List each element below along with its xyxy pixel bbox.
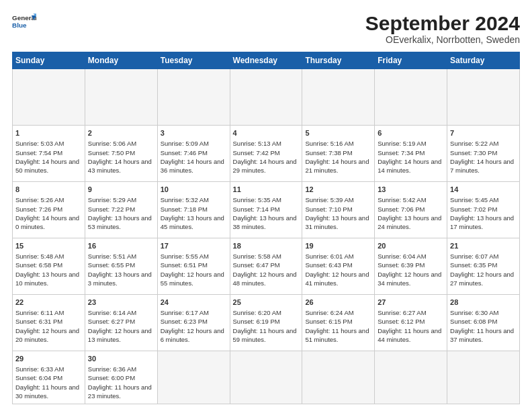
day-number: 18 xyxy=(233,241,300,251)
daylight: Daylight: 14 hours and 50 minutes. xyxy=(15,158,79,174)
table-row xyxy=(447,351,520,404)
day-number: 28 xyxy=(450,298,517,308)
table-row xyxy=(85,69,157,126)
sunset: Sunset: 6:04 PM xyxy=(15,374,62,381)
daylight: Daylight: 14 hours and 21 minutes. xyxy=(305,158,369,174)
col-thursday: Thursday xyxy=(302,52,375,69)
table-row: 17Sunrise: 5:55 AMSunset: 6:51 PMDayligh… xyxy=(157,238,230,294)
sunrise: Sunrise: 5:13 AM xyxy=(233,140,281,147)
table-row xyxy=(13,69,85,126)
sunrise: Sunrise: 6:07 AM xyxy=(450,253,498,260)
day-number: 22 xyxy=(15,298,82,308)
table-row xyxy=(375,69,447,126)
sunset: Sunset: 7:42 PM xyxy=(233,149,280,156)
logo: General Blue xyxy=(12,12,36,31)
table-row: 1Sunrise: 5:03 AMSunset: 7:54 PMDaylight… xyxy=(13,125,85,181)
sunrise: Sunrise: 5:32 AM xyxy=(161,196,209,203)
title-block: September 2024 OEverkalix, Norrbotten, S… xyxy=(365,12,520,45)
table-row: 22Sunrise: 6:11 AMSunset: 6:31 PMDayligh… xyxy=(13,294,85,351)
day-number: 3 xyxy=(161,128,227,138)
table-row: 4Sunrise: 5:13 AMSunset: 7:42 PMDaylight… xyxy=(230,125,302,181)
calendar-subtitle: OEverkalix, Norrbotten, Sweden xyxy=(365,34,520,45)
table-row: 10Sunrise: 5:32 AMSunset: 7:18 PMDayligh… xyxy=(157,181,230,238)
daylight: Daylight: 13 hours and 53 minutes. xyxy=(88,214,152,230)
calendar-table: Sunday Monday Tuesday Wednesday Thursday… xyxy=(12,52,520,404)
sunrise: Sunrise: 5:35 AM xyxy=(233,196,281,203)
sunrise: Sunrise: 6:36 AM xyxy=(88,365,136,373)
calendar-week-row: 22Sunrise: 6:11 AMSunset: 6:31 PMDayligh… xyxy=(13,294,520,351)
sunset: Sunset: 7:34 PM xyxy=(378,149,425,156)
table-row xyxy=(302,69,375,126)
day-number: 2 xyxy=(88,128,154,138)
sunset: Sunset: 7:26 PM xyxy=(15,205,62,213)
sunrise: Sunrise: 6:20 AM xyxy=(233,309,281,316)
sunrise: Sunrise: 5:39 AM xyxy=(305,196,353,203)
sunrise: Sunrise: 5:42 AM xyxy=(378,196,426,203)
table-row: 7Sunrise: 5:22 AMSunset: 7:30 PMDaylight… xyxy=(447,125,520,181)
col-sunday: Sunday xyxy=(13,52,85,69)
sunrise: Sunrise: 6:14 AM xyxy=(88,309,136,316)
sunrise: Sunrise: 6:17 AM xyxy=(161,309,209,316)
sunrise: Sunrise: 5:48 AM xyxy=(15,253,64,260)
sunset: Sunset: 7:18 PM xyxy=(161,205,208,213)
daylight: Daylight: 14 hours and 14 minutes. xyxy=(378,158,441,174)
day-number: 5 xyxy=(305,128,371,138)
calendar-week-row xyxy=(13,69,520,126)
calendar-week-row: 29Sunrise: 6:33 AMSunset: 6:04 PMDayligh… xyxy=(13,351,520,404)
table-row: 3Sunrise: 5:09 AMSunset: 7:46 PMDaylight… xyxy=(157,125,230,181)
table-row: 20Sunrise: 6:04 AMSunset: 6:39 PMDayligh… xyxy=(375,238,447,294)
sunset: Sunset: 6:15 PM xyxy=(305,318,352,325)
svg-text:Blue: Blue xyxy=(12,21,27,29)
table-row: 11Sunrise: 5:35 AMSunset: 7:14 PMDayligh… xyxy=(230,181,302,238)
sunrise: Sunrise: 5:03 AM xyxy=(15,140,64,147)
daylight: Daylight: 13 hours and 38 minutes. xyxy=(233,214,297,230)
table-row: 9Sunrise: 5:29 AMSunset: 7:22 PMDaylight… xyxy=(85,181,157,238)
table-row xyxy=(302,351,375,404)
sunrise: Sunrise: 5:26 AM xyxy=(15,196,64,203)
table-row: 29Sunrise: 6:33 AMSunset: 6:04 PMDayligh… xyxy=(13,351,85,404)
sunset: Sunset: 6:12 PM xyxy=(378,318,425,325)
sunset: Sunset: 6:19 PM xyxy=(233,318,280,325)
day-number: 29 xyxy=(15,354,82,364)
col-saturday: Saturday xyxy=(447,52,520,69)
sunset: Sunset: 6:47 PM xyxy=(233,261,280,269)
daylight: Daylight: 14 hours and 7 minutes. xyxy=(450,158,514,174)
day-number: 13 xyxy=(378,185,444,195)
day-number: 10 xyxy=(161,185,227,195)
sunrise: Sunrise: 5:51 AM xyxy=(88,253,136,260)
table-row: 16Sunrise: 5:51 AMSunset: 6:55 PMDayligh… xyxy=(85,238,157,294)
sunrise: Sunrise: 6:33 AM xyxy=(15,365,64,373)
daylight: Daylight: 13 hours and 31 minutes. xyxy=(305,214,369,230)
daylight: Daylight: 11 hours and 59 minutes. xyxy=(233,327,297,343)
sunset: Sunset: 6:31 PM xyxy=(15,318,62,325)
daylight: Daylight: 12 hours and 20 minutes. xyxy=(15,327,79,343)
sunset: Sunset: 7:14 PM xyxy=(233,205,280,213)
daylight: Daylight: 11 hours and 23 minutes. xyxy=(88,383,152,400)
sunset: Sunset: 7:46 PM xyxy=(161,149,208,156)
daylight: Daylight: 12 hours and 41 minutes. xyxy=(305,271,369,287)
table-row: 6Sunrise: 5:19 AMSunset: 7:34 PMDaylight… xyxy=(375,125,447,181)
daylight: Daylight: 11 hours and 44 minutes. xyxy=(378,327,441,343)
daylight: Daylight: 13 hours and 45 minutes. xyxy=(161,214,224,230)
daylight: Daylight: 12 hours and 34 minutes. xyxy=(378,271,441,287)
daylight: Daylight: 11 hours and 30 minutes. xyxy=(15,383,79,400)
daylight: Daylight: 14 hours and 36 minutes. xyxy=(161,158,224,174)
day-number: 23 xyxy=(88,298,154,308)
table-row xyxy=(230,351,302,404)
sunrise: Sunrise: 6:30 AM xyxy=(450,309,498,316)
daylight: Daylight: 13 hours and 17 minutes. xyxy=(450,214,514,230)
sunset: Sunset: 7:06 PM xyxy=(378,205,425,213)
day-number: 7 xyxy=(450,128,517,138)
calendar-week-row: 15Sunrise: 5:48 AMSunset: 6:58 PMDayligh… xyxy=(13,238,520,294)
table-row xyxy=(447,69,520,126)
day-number: 20 xyxy=(378,241,444,251)
day-number: 17 xyxy=(161,241,227,251)
daylight: Daylight: 12 hours and 48 minutes. xyxy=(233,271,297,287)
sunrise: Sunrise: 5:29 AM xyxy=(88,196,136,203)
table-row: 30Sunrise: 6:36 AMSunset: 6:00 PMDayligh… xyxy=(85,351,157,404)
table-row: 15Sunrise: 5:48 AMSunset: 6:58 PMDayligh… xyxy=(13,238,85,294)
daylight: Daylight: 13 hours and 10 minutes. xyxy=(15,271,79,287)
col-wednesday: Wednesday xyxy=(230,52,302,69)
day-number: 9 xyxy=(88,185,154,195)
sunset: Sunset: 7:02 PM xyxy=(450,205,497,213)
